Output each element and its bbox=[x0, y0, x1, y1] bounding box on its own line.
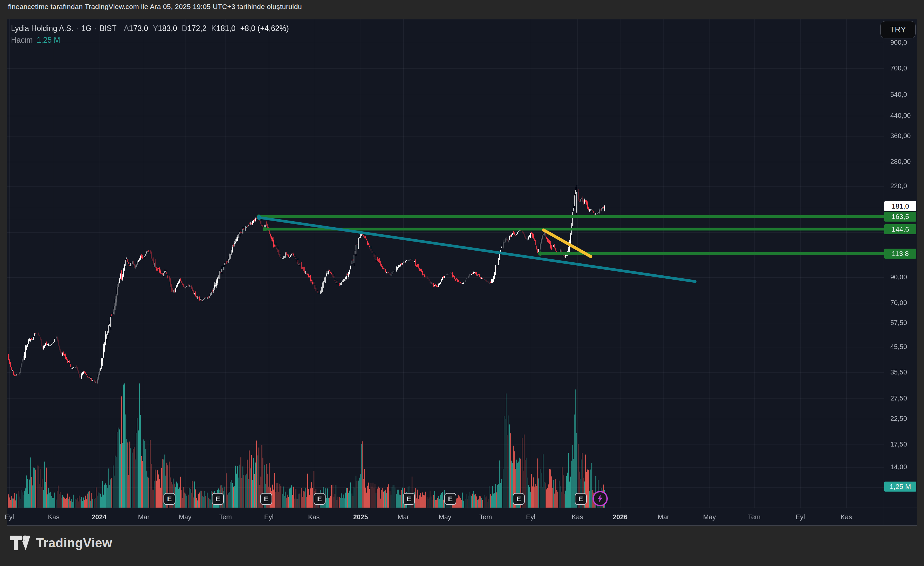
legend-separator: · bbox=[74, 24, 81, 33]
level-price-badge: 144,6 bbox=[884, 224, 916, 234]
volume-label: Hacim bbox=[11, 36, 33, 44]
open-value: 173,0 bbox=[129, 24, 148, 33]
level-price-badge: 113,8 bbox=[884, 249, 916, 259]
tradingview-glyph-icon bbox=[10, 535, 31, 551]
earnings-marker-badge[interactable]: E bbox=[444, 493, 456, 505]
tradingview-logo[interactable]: TradingView bbox=[10, 534, 112, 552]
screenshot-root: fineancetime tarafından TradingView.com … bbox=[0, 0, 924, 566]
close-key: K bbox=[211, 24, 216, 33]
high-key: Y bbox=[153, 24, 158, 33]
earnings-marker-badge[interactable]: E bbox=[314, 493, 326, 505]
attribution-text: fineancetime tarafından TradingView.com … bbox=[8, 3, 302, 11]
lightning-bolt-icon bbox=[596, 494, 604, 503]
currency-button[interactable]: TRY bbox=[880, 21, 916, 38]
earnings-marker-badge[interactable]: E bbox=[575, 493, 587, 505]
tradingview-logo-text: TradingView bbox=[36, 536, 112, 550]
interval-label[interactable]: 1G bbox=[81, 24, 92, 33]
open-key: A bbox=[124, 24, 129, 33]
level-price-badge: 163,5 bbox=[884, 212, 916, 222]
volume-badge: 1,25 M bbox=[884, 482, 916, 492]
high-value: 183,0 bbox=[158, 24, 177, 33]
chart-panel: 900,0700,0540,0440,00360,00280,00220,090… bbox=[7, 19, 917, 525]
low-key: D bbox=[182, 24, 188, 33]
earnings-marker-badge[interactable]: E bbox=[513, 493, 525, 505]
earnings-marker-badge[interactable]: E bbox=[260, 493, 272, 505]
exchange-label[interactable]: BIST bbox=[99, 24, 116, 33]
close-value: 181,0 bbox=[216, 24, 236, 33]
change-value: +8,0 (+4,62%) bbox=[240, 24, 289, 33]
earnings-marker-badge[interactable]: E bbox=[403, 493, 415, 505]
symbol-legend: Lydia Holding A.S.·1G·BISTA173,0Y183,0D1… bbox=[11, 24, 289, 33]
legend-separator: · bbox=[92, 24, 99, 33]
earnings-marker-badge[interactable]: E bbox=[212, 493, 224, 505]
event-lightning-icon[interactable] bbox=[592, 491, 608, 506]
low-value: 172,2 bbox=[188, 24, 207, 33]
symbol-title[interactable]: Lydia Holding A.S. bbox=[11, 24, 74, 33]
price-chart-canvas[interactable] bbox=[7, 20, 917, 525]
earnings-marker-badge[interactable]: E bbox=[164, 493, 176, 505]
last-price-badge: 181,0 bbox=[884, 201, 916, 211]
volume-legend: Hacim1,25 M bbox=[11, 36, 60, 45]
volume-value: 1,25 M bbox=[37, 36, 60, 44]
